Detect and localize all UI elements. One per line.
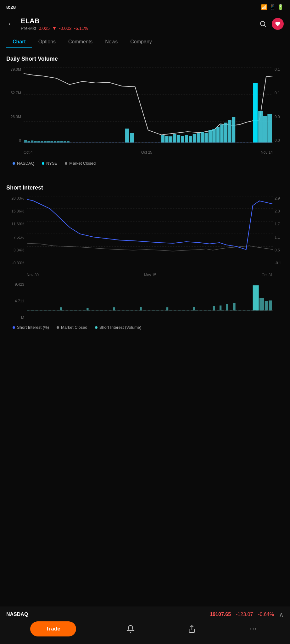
trade-button[interactable]: Trade: [30, 621, 76, 636]
status-time: 8:28: [6, 4, 16, 10]
svg-rect-32: [201, 132, 204, 143]
dsv-y-right: 0.1 0.1 0.0 0.0: [273, 67, 284, 149]
si-y-right: 2.9 2.3 1.7 1.1 0.5 -0.1: [273, 196, 284, 272]
short-interest-section: Short Interest 20.03% 15.86% 11.69% 7.51…: [0, 177, 290, 335]
pre-mkt-price: 0.025: [39, 26, 50, 31]
tab-options[interactable]: Options: [32, 36, 62, 48]
svg-rect-17: [60, 141, 63, 143]
nasdaq-pct: -0.64%: [258, 612, 274, 617]
favorite-button[interactable]: [272, 18, 284, 30]
svg-point-71: [250, 628, 251, 629]
si-vol-dot: [95, 326, 98, 329]
legend-market-closed-2: Market Closed: [57, 325, 87, 330]
svg-rect-19: [67, 141, 70, 143]
header: ← ELAB Pre-Mkt 0.025 ▼ -0.002 -6.11%: [0, 14, 290, 36]
si-legend: Short Interest (%) Market Closed Short I…: [6, 320, 284, 335]
market-closed-dot-1: [65, 162, 67, 165]
si-lower-area: [27, 282, 273, 320]
si-lower-y-right: [273, 282, 284, 320]
bottom-spacer: [0, 335, 290, 379]
si-x-axis: Nov 30 May 15 Oct 31: [27, 272, 273, 278]
ticker-symbol: ELAB: [21, 17, 254, 25]
svg-rect-7: [28, 141, 30, 143]
svg-point-0: [260, 21, 265, 26]
svg-rect-15: [54, 141, 56, 143]
svg-rect-67: [265, 301, 268, 311]
svg-rect-68: [269, 300, 272, 311]
svg-rect-30: [193, 134, 196, 143]
dsv-svg: [24, 67, 273, 149]
more-button[interactable]: [247, 622, 260, 636]
svg-rect-11: [41, 141, 43, 143]
svg-rect-8: [31, 140, 33, 143]
back-button[interactable]: ←: [6, 19, 16, 29]
market-closed-dot-2: [57, 326, 59, 329]
nyse-dot: [42, 162, 44, 165]
svg-rect-58: [140, 307, 142, 311]
signal-icon: 📱: [269, 4, 276, 10]
svg-rect-60: [193, 307, 195, 311]
svg-rect-18: [64, 141, 66, 143]
nasdaq-price: 19107.65: [210, 612, 231, 617]
share-button[interactable]: [185, 622, 198, 636]
nasdaq-dot: [13, 162, 15, 165]
svg-rect-13: [47, 141, 50, 143]
svg-rect-10: [37, 141, 40, 143]
svg-point-72: [253, 628, 254, 629]
svg-rect-64: [233, 303, 235, 311]
pre-mkt-label: Pre-Mkt: [21, 26, 36, 31]
svg-rect-42: [258, 111, 263, 143]
svg-rect-22: [161, 135, 165, 143]
nasdaq-label: NASDAQ: [6, 612, 28, 617]
bell-button[interactable]: [124, 622, 137, 636]
svg-rect-37: [220, 124, 223, 143]
dsv-chart-area: Oct 4 Oct 25 Nov 14: [24, 67, 273, 156]
nasdaq-chevron[interactable]: ∧: [279, 611, 284, 618]
si-lower-y-left: 9.423 4.711 M: [6, 282, 27, 320]
dsv-title: Daily Short Volume: [6, 56, 284, 62]
battery-icon: 🔋: [277, 4, 284, 10]
svg-rect-14: [50, 141, 53, 143]
svg-rect-63: [226, 304, 228, 311]
svg-rect-20: [125, 129, 129, 143]
search-button[interactable]: [259, 20, 267, 28]
svg-rect-31: [197, 133, 200, 143]
svg-rect-29: [189, 136, 192, 143]
tab-chart[interactable]: Chart: [6, 36, 32, 48]
legend-market-closed-1: Market Closed: [65, 161, 96, 166]
svg-rect-38: [224, 123, 227, 143]
down-arrow-icon: ▼: [52, 26, 57, 31]
svg-rect-55: [60, 307, 62, 311]
svg-rect-26: [177, 135, 180, 143]
si-lower-chart-wrapper: 9.423 4.711 M: [6, 282, 284, 320]
bottom-toolbar: Trade: [0, 618, 290, 644]
si-upper-area: Nov 30 May 15 Oct 31: [27, 196, 273, 278]
status-bar: 8:28 📶 📱 🔋: [0, 0, 290, 14]
svg-line-1: [265, 25, 266, 27]
tab-comments[interactable]: Comments: [62, 36, 99, 48]
wifi-icon: 📶: [261, 4, 267, 10]
header-icons: [259, 18, 284, 30]
si-upper-chart-wrapper: 20.03% 15.86% 11.69% 7.51% 3.34% -0.83%: [6, 196, 284, 278]
nasdaq-change: -123.07: [236, 612, 253, 617]
svg-rect-6: [24, 140, 27, 143]
tab-news[interactable]: News: [99, 36, 124, 48]
svg-rect-62: [220, 305, 221, 311]
tab-company[interactable]: Company: [124, 36, 158, 48]
si-upper-svg: [27, 196, 273, 272]
svg-rect-21: [130, 133, 134, 143]
svg-rect-16: [57, 141, 59, 143]
si-pct-dot: [13, 326, 15, 329]
nasdaq-right: 19107.65 -123.07 -0.64% ∧: [210, 611, 284, 618]
daily-short-volume-section: Daily Short Volume 79.0M 52.7M 26.3M 0: [0, 48, 290, 171]
pre-mkt-pct: -6.11%: [74, 26, 88, 31]
svg-rect-65: [253, 285, 259, 311]
svg-rect-28: [185, 135, 188, 143]
svg-point-73: [255, 628, 256, 629]
legend-nasdaq: NASDAQ: [13, 161, 34, 166]
svg-rect-27: [181, 136, 184, 143]
dsv-x-axis: Oct 4 Oct 25 Nov 14: [24, 149, 273, 156]
svg-rect-59: [166, 307, 168, 311]
legend-short-interest-pct: Short Interest (%): [13, 325, 49, 330]
svg-rect-44: [267, 114, 272, 143]
